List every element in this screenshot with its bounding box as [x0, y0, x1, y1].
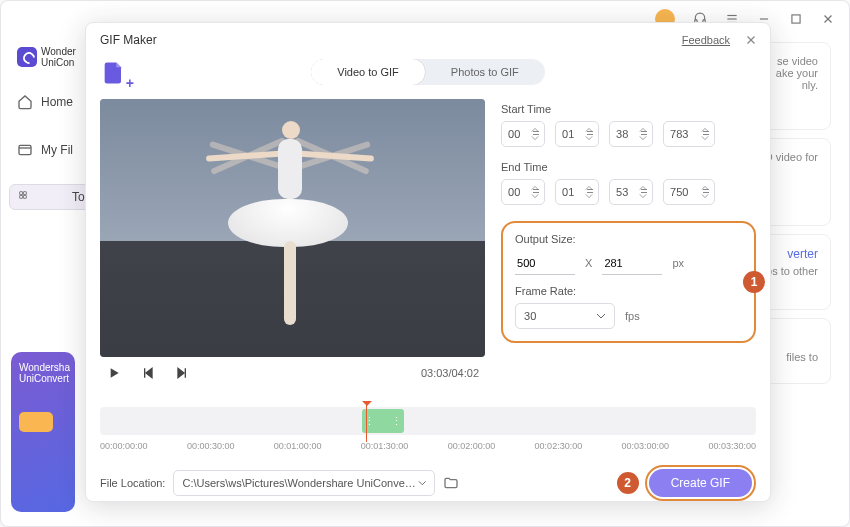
tools-icon — [18, 189, 34, 205]
tick-label: 00:02:00:00 — [448, 441, 496, 451]
end-time-label: End Time — [501, 161, 756, 173]
output-size-label: Output Size: — [515, 233, 684, 245]
close-button[interactable] — [821, 12, 835, 26]
end-ms-stepper[interactable]: 750 — [663, 179, 715, 205]
file-location-select[interactable]: C:\Users\ws\Pictures\Wondershare UniConv… — [173, 470, 435, 496]
tab-photos-to-gif[interactable]: Photos to GIF — [425, 59, 545, 85]
file-location-label: File Location: — [100, 477, 165, 489]
start-sec-stepper[interactable]: 38 — [609, 121, 653, 147]
tab-video-to-gif[interactable]: Video to GIF — [311, 59, 426, 85]
sidebar-item-label: Home — [41, 95, 73, 109]
dialog-title: GIF Maker — [100, 33, 157, 47]
annotation-badge: 2 — [617, 472, 639, 494]
svg-rect-9 — [19, 145, 31, 154]
tick-label: 00:03:30:00 — [708, 441, 756, 451]
prev-frame-button[interactable] — [140, 365, 156, 381]
tick-label: 00:01:00:00 — [274, 441, 322, 451]
svg-rect-12 — [20, 195, 23, 198]
options-panel: Start Time 00 01 38 783 End Time 00 01 5… — [501, 99, 756, 403]
frame-rate-select[interactable]: 30 — [515, 303, 615, 329]
feedback-link[interactable]: Feedback — [682, 34, 730, 46]
chevron-down-icon — [596, 311, 606, 321]
output-width-input[interactable] — [515, 251, 575, 275]
tick-label: 00:02:30:00 — [535, 441, 583, 451]
start-min-stepper[interactable]: 01 — [555, 121, 599, 147]
chevron-down-icon — [418, 478, 427, 488]
tick-label: 00:01:30:00 — [361, 441, 409, 451]
maximize-button[interactable] — [789, 12, 803, 26]
next-frame-button[interactable] — [174, 365, 190, 381]
timeline-ticks: 00:00:00:0000:00:30:0000:01:00:0000:01:3… — [100, 441, 756, 451]
open-folder-button[interactable] — [443, 475, 459, 491]
home-icon — [17, 94, 33, 110]
output-height-input[interactable] — [602, 251, 662, 275]
start-time-label: Start Time — [501, 103, 756, 115]
frame-rate-label: Frame Rate: — [515, 285, 684, 297]
play-button[interactable] — [106, 365, 122, 381]
sidebar-item-myfiles[interactable]: My Fil — [17, 136, 86, 164]
annotation-badge: 1 — [743, 271, 765, 293]
add-file-button[interactable]: + — [100, 59, 130, 89]
sidebar-item-home[interactable]: Home — [17, 88, 86, 116]
svg-rect-13 — [23, 195, 26, 198]
time-display: 03:03/04:02 — [421, 367, 479, 379]
create-gif-button[interactable]: Create GIF — [649, 469, 752, 497]
svg-rect-11 — [23, 192, 26, 195]
video-frame-content — [198, 113, 388, 343]
plus-icon: + — [126, 75, 134, 91]
sidebar-item-label: My Fil — [41, 143, 73, 157]
promo-banner[interactable]: Wondersha UniConvert — [11, 352, 75, 512]
timeline-selection[interactable] — [362, 409, 404, 433]
gif-maker-dialog: GIF Maker Feedback + Video to GIF Photos… — [85, 22, 771, 502]
tick-label: 00:03:00:00 — [622, 441, 670, 451]
tick-label: 00:00:00:00 — [100, 441, 148, 451]
app-logo: WonderUniCon — [17, 46, 86, 68]
start-ms-stepper[interactable]: 783 — [663, 121, 715, 147]
svg-rect-6 — [792, 14, 800, 22]
dialog-footer: File Location: C:\Users\ws\Pictures\Wond… — [86, 451, 770, 501]
files-icon — [17, 142, 33, 158]
playhead[interactable] — [362, 401, 372, 411]
music-icon — [19, 412, 53, 432]
highlight-box-2: 2 Create GIF — [645, 465, 756, 501]
end-min-stepper[interactable]: 01 — [555, 179, 599, 205]
mode-tabs: Video to GIF Photos to GIF — [311, 59, 544, 85]
playback-controls: 03:03/04:02 — [100, 357, 485, 389]
highlight-box-1: 1 Output Size: X px Frame Rate: 30 fps — [501, 221, 756, 343]
video-preview[interactable] — [100, 99, 485, 357]
end-sec-stepper[interactable]: 53 — [609, 179, 653, 205]
end-hour-stepper[interactable]: 00 — [501, 179, 545, 205]
tick-label: 00:00:30:00 — [187, 441, 235, 451]
card-link[interactable]: verter — [787, 247, 818, 261]
close-icon[interactable] — [744, 33, 758, 47]
start-hour-stepper[interactable]: 00 — [501, 121, 545, 147]
timeline-track[interactable] — [100, 407, 756, 435]
timeline: 00:00:00:0000:00:30:0000:01:00:0000:01:3… — [86, 403, 770, 451]
svg-rect-10 — [20, 192, 23, 195]
